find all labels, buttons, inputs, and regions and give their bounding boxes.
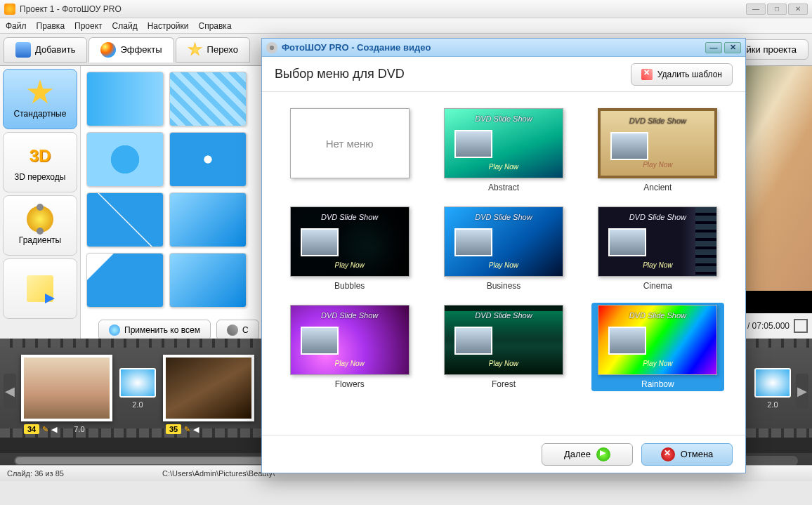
transition-thumb[interactable] — [169, 132, 247, 187]
menu-template-bubbles[interactable]: DVD Slide ShowPlay NowBubbles — [283, 204, 416, 293]
transition-thumb[interactable] — [86, 192, 164, 247]
title-bar: Проект 1 - ФотоШОУ PRO — □ ✕ — [0, 0, 812, 18]
template-label: Ancient — [643, 183, 672, 192]
status-slide: Слайд: 36 из 85 — [7, 469, 64, 478]
app-icon — [4, 4, 15, 15]
slide-number: 35 — [166, 424, 181, 434]
dialog-close[interactable]: ✕ — [724, 42, 741, 53]
dialog-titlebar: ФотоШОУ PRO - Создание видео — ✕ — [262, 39, 745, 57]
next-label: Далее — [564, 449, 591, 459]
template-label: Business — [487, 281, 521, 291]
next-button[interactable]: Далее — [542, 443, 633, 466]
play-icon[interactable]: ◀ — [51, 425, 57, 434]
menu-help[interactable]: Справка — [198, 21, 231, 31]
transition-duration: 2.0 — [119, 400, 156, 409]
edit-icon[interactable]: ✎ — [42, 425, 48, 434]
menu-template-flowers[interactable]: DVD Slide ShowPlay NowFlowers — [283, 303, 416, 391]
category-3d[interactable]: 3D3D переходы — [3, 132, 77, 192]
fullscreen-icon[interactable] — [794, 319, 808, 333]
gradient-icon — [27, 206, 53, 232]
template-label: Flowers — [335, 379, 365, 389]
cancel-button[interactable]: Отмена — [641, 443, 733, 466]
apply-icon — [109, 324, 120, 336]
transition-thumb[interactable] — [86, 132, 164, 187]
menu-template-cinema[interactable]: DVD Slide ShowPlay NowCinema — [591, 204, 724, 293]
play-icon[interactable]: ◀ — [193, 425, 199, 434]
category-gradients-label: Градиенты — [19, 235, 61, 245]
slide-duration: 7.0 — [74, 425, 84, 433]
template-label: Abstract — [488, 183, 519, 192]
wand-icon — [227, 324, 238, 336]
minimize-button[interactable]: — — [746, 4, 766, 15]
tab-transitions-label: Перехо — [207, 44, 238, 55]
random-button[interactable]: С — [216, 320, 259, 341]
next-icon — [596, 447, 610, 461]
none-label: Нет меню — [326, 138, 374, 150]
timeline-slide[interactable]: 35✎◀ — [163, 355, 254, 421]
menu-template-forest[interactable]: DVD Slide ShowPlay NowForest — [437, 303, 570, 391]
category-standard-label: Стандартные — [14, 109, 67, 119]
menu-settings[interactable]: Настройки — [148, 21, 189, 31]
template-label: Forest — [492, 379, 516, 389]
status-path: C:\Users\Admin\Pictures\Beauty\ — [162, 469, 275, 478]
maximize-button[interactable]: □ — [767, 4, 787, 15]
camera-icon — [15, 42, 31, 58]
menu-template-abstract[interactable]: DVD Slide ShowPlay NowAbstract — [437, 106, 570, 195]
transition-duration: 2.0 — [754, 400, 791, 409]
timeline-prev[interactable]: ◀ — [4, 374, 16, 409]
timeline-next[interactable]: ▶ — [796, 374, 808, 409]
apply-all-button[interactable]: Применить ко всем — [98, 320, 211, 341]
menu-slide[interactable]: Слайд — [112, 21, 138, 31]
menu-template-ancient[interactable]: DVD Slide ShowPlay NowAncient — [591, 106, 724, 195]
menu-template-rainbow[interactable]: DVD Slide ShowPlay NowRainbow — [591, 303, 724, 391]
template-label: Cinema — [643, 281, 672, 291]
category-3d-label: 3D переходы — [15, 172, 66, 182]
random-label: С — [242, 325, 249, 335]
dialog-icon — [266, 42, 277, 53]
category-gradients[interactable]: Градиенты — [3, 195, 77, 256]
close-button[interactable]: ✕ — [788, 4, 808, 15]
tab-transitions[interactable]: Перехо — [176, 37, 250, 63]
note-icon — [27, 275, 53, 302]
cancel-label: Отмена — [681, 449, 714, 459]
menu-file[interactable]: Файл — [6, 21, 27, 31]
menu-edit[interactable]: Правка — [37, 21, 65, 31]
menu-project[interactable]: Проект — [74, 21, 103, 31]
slide-number: 34 — [24, 424, 39, 434]
template-label: Bubbles — [334, 281, 365, 291]
dvd-menu-dialog: ФотоШОУ PRO - Создание видео — ✕ Выбор м… — [261, 38, 746, 473]
transition-slot[interactable] — [754, 368, 791, 398]
menu-template-business[interactable]: DVD Slide ShowPlay NowBusiness — [437, 204, 570, 293]
template-label: Rainbow — [641, 379, 674, 389]
apply-all-label: Применить ко всем — [124, 325, 200, 335]
dialog-title: ФотоШОУ PRO - Создание видео — [282, 42, 431, 53]
star-icon — [27, 79, 53, 106]
category-standard[interactable]: Стандартные — [3, 69, 77, 129]
transition-thumb[interactable] — [169, 72, 247, 126]
cancel-icon — [661, 447, 675, 461]
transition-thumb[interactable] — [169, 253, 247, 308]
window-title: Проект 1 - ФотоШОУ PRO — [20, 4, 122, 14]
category-sidebar: Стандартные 3D3D переходы Градиенты — [0, 66, 81, 339]
delete-label: Удалить шаблон — [657, 70, 722, 79]
transition-thumb[interactable] — [169, 192, 247, 247]
star-icon — [188, 42, 203, 58]
3d-icon: 3D — [27, 143, 53, 169]
menu-bar: Файл Правка Проект Слайд Настройки Справ… — [0, 18, 812, 34]
preview-time: 0 / 07:05.000 — [740, 321, 790, 331]
transition-thumb[interactable] — [86, 253, 164, 308]
palette-icon — [100, 42, 116, 58]
tab-effects[interactable]: Эффекты — [89, 37, 173, 63]
timeline-slide[interactable]: 34✎◀7.0 — [21, 355, 112, 421]
tab-effects-label: Эффекты — [120, 44, 162, 55]
menu-template-none[interactable]: Нет меню — [283, 106, 416, 195]
delete-icon — [641, 69, 653, 80]
tab-add[interactable]: Добавить — [4, 37, 87, 63]
transition-thumb[interactable] — [86, 72, 164, 126]
category-slideshow[interactable] — [3, 258, 77, 319]
tab-add-label: Добавить — [35, 44, 75, 55]
delete-template-button[interactable]: Удалить шаблон — [631, 63, 733, 86]
dialog-minimize[interactable]: — — [705, 42, 722, 53]
edit-icon[interactable]: ✎ — [184, 425, 190, 434]
transition-slot[interactable] — [119, 368, 156, 398]
